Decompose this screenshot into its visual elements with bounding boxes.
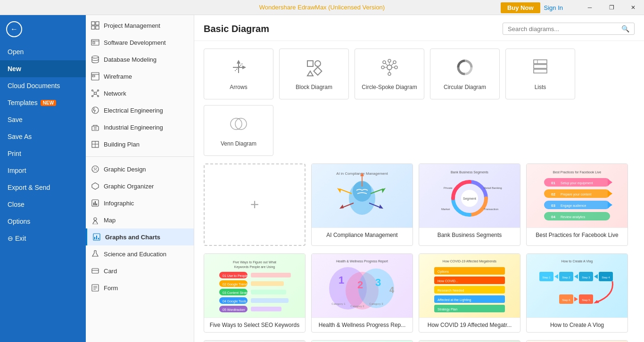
template-card-comms-plan[interactable]: How to Write A Communications Plan Goals…: [419, 340, 520, 342]
restore-button[interactable]: ❐: [601, 0, 622, 15]
back-button[interactable]: ←: [4, 19, 25, 40]
template-card-img: How COVID-19 Affected Megatrends Options…: [419, 254, 520, 318]
mid-item-science-edu[interactable]: Science and Education: [86, 245, 194, 262]
sidebar-item-options[interactable]: Options: [0, 213, 86, 230]
template-card-bank[interactable]: Bank Business Segments Segment Retail Ba…: [419, 163, 520, 246]
mid-item-building[interactable]: Building Plan: [86, 136, 194, 153]
svg-text:Options: Options: [438, 270, 449, 274]
network-icon: [91, 89, 100, 98]
mid-item-infographic[interactable]: Infographic: [86, 195, 194, 212]
icon-card-venn[interactable]: Venn Diagram: [204, 105, 273, 156]
template-card-label: AI Compliance Management: [312, 228, 413, 242]
sidebar-item-open[interactable]: Open: [0, 43, 86, 60]
template-card-marketing[interactable]: Niche Marketing Strategy Target Market N…: [526, 340, 628, 342]
mid-item-wireframe[interactable]: Wireframe: [86, 68, 194, 85]
mid-item-project-mgmt[interactable]: Project Management: [86, 17, 194, 34]
svg-point-14: [92, 96, 93, 97]
svg-text:Private: Private: [444, 187, 453, 189]
wireframe-icon: [91, 72, 100, 81]
svg-text:Prepare your content: Prepare your content: [561, 193, 591, 196]
svg-rect-10: [92, 75, 95, 77]
svg-text:Affected at the Lighting: Affected at the Lighting: [438, 298, 471, 302]
database-icon: [91, 55, 100, 64]
new-template-card[interactable]: +: [204, 163, 305, 246]
svg-rect-34: [96, 204, 97, 205]
mid-item-database[interactable]: Database Modeling: [86, 51, 194, 68]
svg-text:Category 2: Category 2: [350, 305, 364, 308]
close-button[interactable]: ✕: [622, 0, 644, 15]
svg-rect-2: [91, 26, 95, 29]
search-input[interactable]: [508, 25, 621, 33]
template-card-health[interactable]: Health & Wellness Progress Report 1 2 3 …: [311, 253, 413, 333]
sign-in-link[interactable]: Sign In: [544, 4, 563, 11]
sidebar-item-new[interactable]: New: [0, 60, 86, 77]
mid-item-electrical[interactable]: Electrical Engineering: [86, 102, 194, 119]
template-card-fb-live[interactable]: Best Practices for Facebook Live 01 Setu…: [526, 163, 628, 246]
sidebar-item-cloud[interactable]: Cloud Documents: [0, 77, 86, 94]
template-card-img: AI in Compliance Management: [312, 164, 413, 228]
mid-item-map[interactable]: Map: [86, 212, 194, 228]
sidebar-item-save[interactable]: Save: [0, 111, 86, 128]
template-card-vlog[interactable]: How to Create A Vlog Step 1 Step 2 Step …: [526, 253, 628, 333]
svg-marker-168: [574, 297, 578, 301]
template-card-label: Five Ways to Select SEO Keywords: [204, 318, 305, 332]
svg-rect-37: [94, 237, 95, 239]
icon-card-label: Lists: [535, 84, 546, 90]
sidebar-item-exit[interactable]: ⊖ Exit: [0, 230, 86, 247]
app-title-brand: Wondershare EdrawMax: [259, 4, 327, 11]
svg-text:Transaction: Transaction: [484, 208, 498, 211]
mid-item-network[interactable]: Network: [86, 85, 194, 102]
search-icon: 🔍: [621, 25, 629, 33]
sidebar-item-export[interactable]: Export & Send: [0, 179, 86, 196]
mid-item-software-dev[interactable]: Software Development: [86, 34, 194, 51]
software-dev-icon: [91, 38, 100, 47]
content-area: Basic Diagram 🔍 Arrows: [194, 15, 644, 342]
buy-now-button[interactable]: Buy Now: [501, 2, 540, 13]
svg-line-67: [385, 63, 388, 65]
template-card-research-seo[interactable]: How to Research Keywords for SEO 🔍 Keywo…: [311, 340, 413, 342]
sidebar-item-save-as[interactable]: Save As: [0, 128, 86, 145]
mid-item-card[interactable]: Card: [86, 262, 194, 279]
icon-card-lists[interactable]: Lists: [505, 49, 575, 99]
sidebar-item-import[interactable]: Import: [0, 162, 86, 179]
mid-item-label: Card: [104, 268, 117, 275]
svg-point-60: [395, 66, 397, 69]
icon-card-arrows[interactable]: Arrows: [204, 49, 273, 99]
search-box[interactable]: 🔍: [503, 23, 635, 35]
icon-card-label: Circular Diagram: [444, 84, 486, 90]
mid-item-industrial[interactable]: Industrial Engineering: [86, 119, 194, 136]
icon-card-circle-spoke[interactable]: Circle-Spoke Diagram: [355, 49, 424, 99]
template-card-img: Health & Wellness Progress Report 1 2 3 …: [312, 254, 413, 318]
plus-icon: +: [250, 196, 259, 213]
map-icon: [91, 215, 100, 225]
svg-rect-126: [251, 273, 291, 277]
template-card-seo[interactable]: Five Ways to Figure out What Keywords Pe…: [204, 253, 305, 333]
svg-marker-106: [608, 190, 612, 197]
svg-text:Step 2: Step 2: [562, 276, 570, 279]
svg-text:04: 04: [551, 215, 555, 219]
svg-point-70: [462, 64, 468, 71]
svg-rect-33: [95, 201, 96, 205]
svg-text:01: 01: [551, 181, 555, 185]
icon-card-block[interactable]: Block Diagram: [279, 49, 349, 99]
icon-card-circular[interactable]: Circular Diagram: [430, 49, 500, 99]
svg-rect-71: [534, 60, 547, 64]
svg-rect-21: [92, 126, 99, 130]
app-title: Wondershare EdrawMax (Unlicensed Version…: [259, 4, 385, 11]
template-card-ai-compliance[interactable]: AI in Compliance Management: [311, 163, 413, 246]
mid-item-label: Graphic Organizer: [104, 183, 154, 190]
sidebar-item-print[interactable]: Print: [0, 145, 86, 162]
mid-item-graphic-organizer[interactable]: Graphic Organizer: [86, 178, 194, 195]
sidebar-item-templates[interactable]: Templates NEW: [0, 94, 86, 111]
mid-item-graphic-design[interactable]: Graphic Design: [86, 161, 194, 178]
graphs-charts-icon: [92, 232, 101, 242]
mid-item-form[interactable]: Form: [86, 279, 194, 296]
svg-text:Best Practices for Facebook Li: Best Practices for Facebook Live: [553, 171, 601, 174]
template-card-covid[interactable]: How COVID-19 Affected Megatrends Options…: [419, 253, 520, 333]
svg-text:Retail Banking: Retail Banking: [484, 187, 502, 189]
mid-item-graphs-charts[interactable]: Graphs and Charts: [86, 228, 194, 245]
template-card-label: How COVID 19 Affected Megatr...: [419, 318, 520, 332]
template-card-buyer-persona[interactable]: How to Create Buyer Persona Persona A Pe…: [204, 340, 305, 342]
sidebar-item-close[interactable]: Close: [0, 196, 86, 213]
minimize-button[interactable]: ─: [579, 0, 601, 15]
